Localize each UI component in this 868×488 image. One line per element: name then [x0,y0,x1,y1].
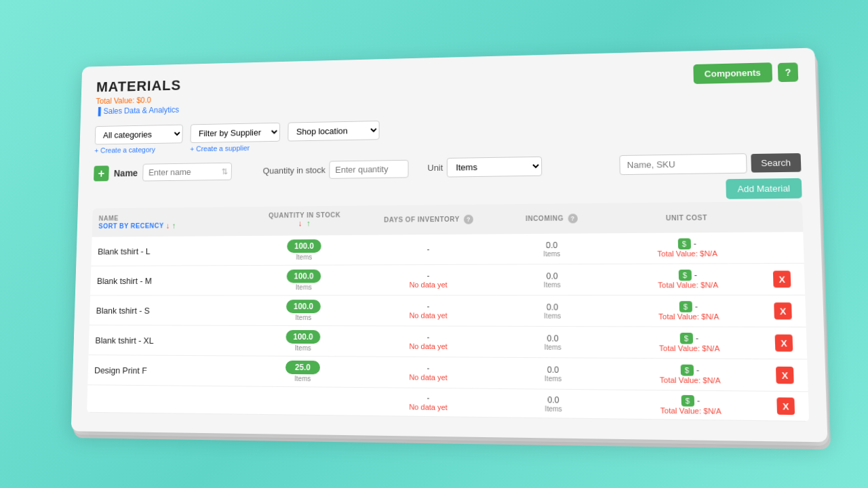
qty-unit: Items [250,375,356,383]
days-value: - [370,271,487,281]
qty-label: Quantity in stock [262,165,325,176]
sort-down-icon: ↓ [165,221,170,230]
incoming-cell: 0.0 Items [494,233,611,264]
top-right-buttons: Components ? [693,62,798,84]
incoming-unit: Items [502,404,606,413]
qty-badge: 100.0 [287,239,321,253]
qty-sort-arrows: ↓ ↑ [252,218,357,228]
remove-button[interactable]: X [774,302,792,319]
create-supplier-link[interactable]: + Create a supplier [190,144,280,153]
item-name-cell: Blank tshirt - L [91,236,245,266]
location-filter: Shop location [288,121,379,142]
qty-unit: Items [250,314,357,321]
qty-cell: 100.0 Items [244,265,363,296]
category-select[interactable]: All categories [95,125,183,145]
col-cost-header: UNIT COST [610,201,764,233]
cost-dollar-icon: $ [678,270,691,281]
cost-dollar-icon: $ [681,395,694,407]
create-category-link[interactable]: + Create a category [94,145,182,155]
incoming-unit: Items [501,343,605,351]
remove-cell: X [769,391,809,421]
cost-dash: - [694,270,698,280]
incoming-value: 0.0 [501,302,605,312]
remove-cell: X [767,327,807,359]
controls-row: All categories + Create a category Filte… [94,113,800,155]
incoming-cell: 0.0 Items [494,388,613,418]
cost-cell: $ - Total Value: $N/A [612,358,769,391]
remove-cell: X [766,263,805,295]
item-name: Blank tshirt - M [97,276,152,286]
search-input[interactable] [619,153,747,175]
cost-dollar-icon: $ [680,365,694,376]
incoming-value: 0.0 [500,271,604,281]
days-cell: - No data yet [363,357,494,388]
help-button[interactable]: ? [778,62,798,82]
add-material-button[interactable]: Add Material [726,178,802,199]
qty-unit: Items [252,253,357,262]
no-data-label: No data yet [370,373,488,382]
cost-cell: $ - Total Value: $N/A [612,390,770,421]
days-cell: - No data yet [363,264,494,296]
qty-badge: 25.0 [285,361,320,374]
col-name-header: NAME SORT BY RECENCY ↓ ↑ [92,207,246,237]
total-value-label: Total Value: $N/A [619,344,761,353]
item-name: Blank tshirt - XL [95,335,154,345]
supplier-select[interactable]: Filter by Supplier [190,123,280,143]
incoming-help-icon[interactable]: ? [568,214,578,223]
remove-cell [765,232,804,263]
incoming-unit: Items [500,281,604,288]
col-days-header: DAYS OF INVENTORY ? [364,204,494,235]
remove-button[interactable]: X [776,397,795,415]
cost-dash: - [695,302,698,312]
remove-button[interactable]: X [775,334,793,351]
incoming-unit: Items [501,312,605,319]
name-input[interactable] [142,163,232,182]
col-incoming-header: INCOMING ? [494,203,610,235]
remove-button[interactable]: X [773,270,791,287]
total-value-label: Total Value: $N/A [620,375,762,385]
cost-cell: $ - Total Value: $N/A [612,327,768,359]
item-name-cell: Design Print F [87,355,243,386]
no-data-label: No data yet [370,311,488,319]
qty-cell: 100.0 Items [245,235,363,266]
days-value: - [370,363,488,374]
qty-cell: 100.0 Items [244,296,363,326]
qty-cell: 25.0 Items [243,356,363,388]
table-row: Blank tshirt - M 100.0 Items - No data y… [90,263,805,296]
components-button[interactable]: Components [693,62,772,84]
sales-link[interactable]: ▐ Sales Data & Analytics [96,105,181,116]
search-area: Search [619,152,801,175]
qty-cell: 100.0 Items [243,325,363,357]
item-name: Design Print F [94,365,147,375]
days-cell: - No data yet [363,388,494,418]
unit-select[interactable]: Items [447,157,542,178]
cost-dash: - [696,365,700,375]
qty-badge: 100.0 [285,330,320,344]
location-select[interactable]: Shop location [288,121,379,142]
cost-cell: $ - Total Value: $N/A [611,264,766,296]
days-help-icon[interactable]: ? [464,215,473,224]
filter-bar: + Name ⇅ Quantity in stock Unit Items [94,152,801,182]
sort-row[interactable]: SORT BY RECENCY ↓ ↑ [98,220,239,230]
days-cell: - No data yet [363,326,494,357]
table-row: Blank tshirt - L 100.0 Items - 0.0 Items… [91,232,804,266]
incoming-unit: Items [500,249,604,258]
total-value-label: Total Value: $N/A [618,281,759,289]
table-row: Blank tshirt - S 100.0 Items - No data y… [90,295,806,327]
item-name: Blank tshirt - L [98,246,151,256]
cost-dollar-icon: $ [679,301,692,312]
search-button[interactable]: Search [751,153,801,173]
main-content-panel: MATERIALS Total Value: $0.0 ▐ Sales Data… [71,48,828,443]
item-name-cell [87,385,243,414]
col-action-header [764,201,803,232]
remove-button[interactable]: X [776,367,794,384]
days-cell: - No data yet [363,296,494,327]
unit-label: Unit [427,163,443,173]
incoming-value: 0.0 [500,240,604,250]
no-data-label: No data yet [370,281,487,289]
add-button[interactable]: + [94,165,109,181]
item-name: Blank tshirt - S [96,306,151,316]
qty-input[interactable] [330,160,409,179]
category-filter: All categories + Create a category [94,125,183,155]
name-label: Name [114,167,138,178]
